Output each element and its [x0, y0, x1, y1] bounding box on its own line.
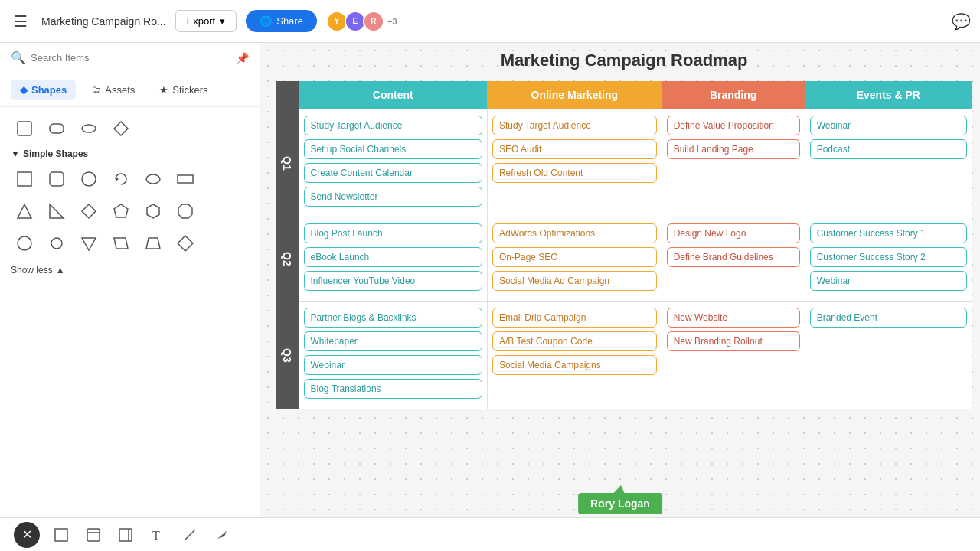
export-button[interactable]: Export ▾	[175, 10, 237, 32]
shape-square-outline[interactable]	[11, 115, 38, 142]
close-button[interactable]: ✕	[14, 522, 40, 548]
list-item[interactable]: Webinar	[810, 116, 967, 135]
list-item[interactable]: Refresh Old Content	[492, 163, 657, 183]
share-button[interactable]: 🌐 Share	[246, 10, 317, 32]
rectangle-tool[interactable]	[51, 524, 72, 546]
shape-hexagon[interactable]	[139, 197, 167, 225]
q3-events-cell: Branded Event	[805, 302, 972, 409]
main-layout: 🔍 📌 ◆ Shapes 🗂 Assets ★ Stickers	[0, 43, 980, 551]
show-less-label: Show less	[11, 265, 53, 276]
list-item[interactable]: Webinar	[304, 355, 482, 375]
q1-branding-cell: Define Value Proposition Build Landing P…	[662, 109, 805, 217]
list-item[interactable]: Webinar	[810, 271, 967, 291]
shape-parallelogram[interactable]	[107, 230, 135, 257]
text-tool[interactable]: T	[147, 524, 168, 546]
line-tool[interactable]	[179, 524, 201, 546]
document-title: Marketing Campaign Ro...	[41, 15, 166, 28]
shapes-section-label: ▼ Simple Shapes	[11, 148, 249, 159]
tab-shapes[interactable]: ◆ Shapes	[11, 80, 76, 100]
svg-marker-20	[146, 238, 160, 249]
list-item[interactable]: New Website	[667, 308, 800, 328]
shape-rect-thin[interactable]	[172, 165, 199, 193]
shape-pentagon[interactable]	[107, 197, 135, 225]
tab-stickers[interactable]: ★ Stickers	[150, 80, 217, 100]
shape-stadium[interactable]	[75, 115, 103, 142]
list-item[interactable]: Study Target Audience	[492, 116, 657, 135]
show-less-button[interactable]: Show less ▲	[11, 265, 249, 276]
shape-diamond[interactable]	[107, 115, 135, 142]
list-item[interactable]: Blog Post Launch	[304, 223, 482, 243]
list-item[interactable]: Define Value Proposition	[667, 116, 800, 135]
list-item[interactable]: New Branding Rollout	[667, 331, 800, 351]
shape-circle[interactable]	[75, 165, 103, 193]
col-header-branding: Branding	[662, 81, 805, 109]
list-item[interactable]: Whitepaper	[304, 331, 482, 351]
canvas[interactable]: Marketing Campaign Roadmap Content Onlin…	[260, 43, 980, 551]
shape-right-triangle[interactable]	[43, 197, 70, 225]
shape-inv-triangle[interactable]	[75, 230, 103, 257]
table-row-q2: Q2 Blog Post Launch eBook Launch Influen…	[276, 217, 972, 302]
svg-rect-1	[50, 124, 64, 133]
col-header-online: Online Marketing	[487, 81, 662, 109]
avatar-group: Y E R +3	[329, 11, 397, 32]
diamond-icon: ◆	[20, 84, 28, 96]
shape-small-circle[interactable]	[43, 230, 70, 257]
list-item[interactable]: A/B Test Coupon Code	[492, 331, 657, 351]
list-item[interactable]: Social Media Ad Campaign	[492, 271, 657, 291]
list-item[interactable]: SEO Audit	[492, 139, 657, 159]
list-item[interactable]: Design New Logo	[667, 223, 800, 243]
list-item[interactable]: Set up Social Channels	[304, 139, 482, 159]
pin-icon[interactable]: 📌	[236, 52, 249, 64]
avatar-3[interactable]: R	[363, 11, 384, 32]
svg-rect-5	[50, 172, 64, 186]
shape-diamond2[interactable]	[75, 197, 103, 225]
q1-events-cell: Webinar Podcast	[805, 109, 972, 217]
list-item[interactable]: Podcast	[810, 139, 967, 159]
menu-button[interactable]: ☰	[9, 8, 32, 35]
list-item[interactable]: Create Content Calendar	[304, 163, 482, 183]
svg-marker-18	[82, 238, 96, 250]
svg-rect-23	[87, 529, 100, 541]
shape-trapezoid[interactable]	[139, 230, 167, 257]
list-item[interactable]: Study Target Audience	[304, 116, 482, 135]
shape-rhombus[interactable]	[172, 230, 199, 257]
shape-triangle[interactable]	[11, 197, 38, 225]
list-item[interactable]: Customer Success Story 2	[810, 247, 967, 267]
q2-content-cell: Blog Post Launch eBook Launch Influencer…	[299, 217, 487, 302]
container-tool[interactable]	[83, 524, 104, 546]
list-item[interactable]: Customer Success Story 1	[810, 223, 967, 243]
search-input[interactable]	[31, 52, 231, 64]
rory-logan-label: Rory Logan	[578, 493, 662, 514]
svg-point-16	[18, 236, 31, 250]
shape-circle2[interactable]	[11, 230, 38, 257]
comment-button[interactable]: 💬	[952, 12, 971, 31]
bottom-toolbar: ✕ T	[0, 517, 980, 551]
shape-arc[interactable]	[107, 165, 135, 193]
list-item[interactable]: Partner Blogs & Backlinks	[304, 308, 482, 328]
list-item[interactable]: On-Page SEO	[492, 247, 657, 267]
list-item[interactable]: Send Newsletter	[304, 187, 482, 207]
list-item[interactable]: eBook Launch	[304, 247, 482, 267]
tab-assets[interactable]: 🗂 Assets	[82, 80, 144, 100]
shape-rounded-rect[interactable]	[43, 165, 70, 193]
shape-octagon[interactable]	[172, 197, 199, 225]
shape-oval[interactable]	[139, 165, 167, 193]
list-item[interactable]: Blog Translations	[304, 379, 482, 399]
q1-content-cell: Study Target Audience Set up Social Chan…	[299, 109, 487, 217]
svg-marker-14	[147, 204, 159, 218]
list-item[interactable]: Email Drip Campaign	[492, 308, 657, 328]
q2-label: Q2	[276, 217, 299, 302]
q3-branding-cell: New Website New Branding Rollout	[662, 302, 805, 409]
shape-square[interactable]	[11, 165, 38, 193]
list-item[interactable]: Define Brand Guidelines	[667, 247, 800, 267]
list-item[interactable]: Build Landing Page	[667, 139, 800, 159]
svg-marker-11	[50, 204, 64, 218]
shapes-grid	[11, 165, 249, 257]
list-item[interactable]: AdWords Optimizations	[492, 223, 657, 243]
shape-rect-rounded[interactable]	[43, 115, 70, 142]
list-item[interactable]: Branded Event	[810, 308, 967, 328]
arrow-tool[interactable]	[211, 524, 233, 546]
sticky-tool[interactable]	[115, 524, 136, 546]
list-item[interactable]: Social Media Campaigns	[492, 355, 657, 375]
list-item[interactable]: Influencer YouTube Video	[304, 271, 482, 291]
